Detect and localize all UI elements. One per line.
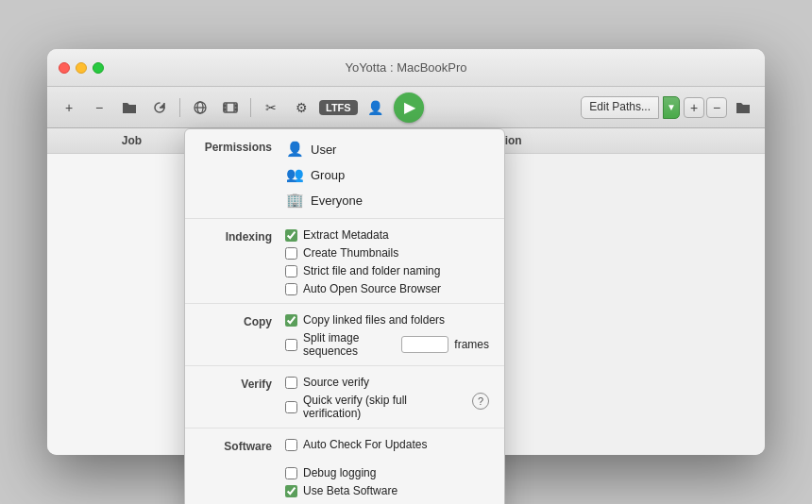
create-thumbnails-checkbox[interactable] xyxy=(285,247,297,260)
software-row: Software Auto Check For Updates Debug lo… xyxy=(185,428,504,504)
split-image-checkbox[interactable] xyxy=(285,339,297,351)
user-button[interactable]: 👤 xyxy=(364,95,388,120)
group-icon: 👥 xyxy=(285,165,304,184)
add-button[interactable]: + xyxy=(57,95,81,120)
create-thumbnails-item[interactable]: Create Thumbnails xyxy=(285,246,489,260)
frames-row: Split image sequences frames xyxy=(285,331,489,358)
indexing-row: Indexing Extract Metadata Create Thumbna… xyxy=(185,219,504,304)
copy-linked-checkbox[interactable] xyxy=(285,314,297,327)
debug-logging-checkbox[interactable] xyxy=(285,467,297,479)
auto-open-label: Auto Open Source Browser xyxy=(303,282,441,295)
help-icon[interactable]: ? xyxy=(472,393,489,410)
gear-button[interactable]: ⚙ xyxy=(289,95,313,120)
svg-rect-5 xyxy=(224,109,226,110)
edit-paths-arrow-button[interactable]: ▼ xyxy=(663,96,680,119)
perm-everyone-item[interactable]: 🏢 Everyone xyxy=(285,190,489,210)
traffic-lights xyxy=(59,62,104,74)
frames-input[interactable] xyxy=(401,336,448,353)
indexing-content: Extract Metadata Create Thumbnails Stric… xyxy=(285,228,489,295)
verify-label: Verify xyxy=(200,376,285,391)
globe-button[interactable] xyxy=(188,95,212,120)
film-button[interactable] xyxy=(218,95,243,120)
quick-verify-checkbox[interactable] xyxy=(285,401,297,413)
software-content: Auto Check For Updates Debug logging Use… xyxy=(285,438,489,504)
copy-row: Copy Copy linked files and folders Split… xyxy=(185,304,504,366)
auto-check-item[interactable]: Auto Check For Updates xyxy=(285,438,427,451)
verify-row: Verify Source verify Quick verify (skip … xyxy=(185,366,504,428)
perm-user-label: User xyxy=(311,143,336,157)
extract-metadata-label: Extract Metadata xyxy=(303,228,389,242)
path-remove-button[interactable]: − xyxy=(706,97,727,118)
permissions-label: Permissions xyxy=(200,139,285,154)
software-label: Software xyxy=(200,438,285,453)
perm-user-item[interactable]: 👤 User xyxy=(285,139,489,160)
path-folder-button[interactable] xyxy=(731,95,755,120)
debug-logging-item[interactable]: Debug logging xyxy=(285,466,376,479)
copy-label: Copy xyxy=(200,313,285,328)
verify-row-wrap: Source verify Quick verify (skip full ve… xyxy=(285,376,489,420)
svg-rect-6 xyxy=(235,105,237,107)
svg-rect-7 xyxy=(235,109,237,110)
permissions-row: Permissions 👤 User 👥 Group 🏢 Everyone xyxy=(185,129,504,219)
folder-button[interactable] xyxy=(117,95,142,120)
path-add-remove: + − xyxy=(684,97,727,118)
perm-everyone-label: Everyone xyxy=(311,193,363,208)
source-verify-label: Source verify xyxy=(303,376,369,389)
maximize-button[interactable] xyxy=(93,62,104,74)
perm-group-item[interactable]: 👥 Group xyxy=(285,164,489,185)
strict-naming-item[interactable]: Strict file and folder naming xyxy=(285,264,489,277)
split-image-item[interactable]: Split image sequences xyxy=(285,331,396,358)
copy-content: Copy linked files and folders Split imag… xyxy=(285,313,489,358)
permissions-content: 👤 User 👥 Group 🏢 Everyone xyxy=(285,139,489,210)
go-button[interactable]: ▶ xyxy=(394,92,424,123)
source-verify-checkbox[interactable] xyxy=(285,377,297,389)
quick-verify-label: Quick verify (skip full verification) xyxy=(303,394,465,420)
minimize-button[interactable] xyxy=(76,62,87,74)
create-thumbnails-label: Create Thumbnails xyxy=(303,246,398,260)
debug-logging-label: Debug logging xyxy=(303,466,376,479)
everyone-icon: 🏢 xyxy=(285,191,304,210)
verify-content: Source verify Quick verify (skip full ve… xyxy=(285,376,465,420)
use-beta-item[interactable]: Use Beta Software xyxy=(285,484,489,497)
source-verify-item[interactable]: Source verify xyxy=(285,376,465,389)
frames-label: frames xyxy=(454,338,489,351)
close-button[interactable] xyxy=(59,62,70,74)
split-image-label: Split image sequences xyxy=(303,331,396,358)
copy-linked-item[interactable]: Copy linked files and folders xyxy=(285,313,489,327)
auto-check-checkbox[interactable] xyxy=(285,439,297,451)
window-title: YoYotta : MacBookPro xyxy=(345,60,466,75)
quick-verify-item[interactable]: Quick verify (skip full verification) xyxy=(285,394,465,420)
refresh-button[interactable] xyxy=(147,95,172,120)
user-icon: 👤 xyxy=(285,140,304,159)
extract-metadata-checkbox[interactable] xyxy=(285,229,297,242)
toolbar-separator-1 xyxy=(179,98,180,117)
perm-group-label: Group xyxy=(311,168,345,182)
settings-panel: Permissions 👤 User 👥 Group 🏢 Everyone In… xyxy=(184,128,505,504)
toolbar: + − ✂ ⚙ LTFS 👤 ▶ Edit Paths... ▼ + − xyxy=(47,87,765,128)
go-arrow-icon: ▶ xyxy=(404,98,415,116)
edit-paths-wrap: Edit Paths... ▼ + − xyxy=(581,95,755,120)
extract-metadata-item[interactable]: Extract Metadata xyxy=(285,228,489,242)
indexing-label: Indexing xyxy=(200,228,285,244)
copy-linked-label: Copy linked files and folders xyxy=(303,313,445,327)
software-top-row: Auto Check For Updates Debug logging xyxy=(285,438,489,479)
auto-check-label: Auto Check For Updates xyxy=(303,438,427,451)
svg-rect-4 xyxy=(224,105,226,107)
auto-open-item[interactable]: Auto Open Source Browser xyxy=(285,282,489,295)
path-add-button[interactable]: + xyxy=(684,97,704,118)
auto-open-checkbox[interactable] xyxy=(285,283,297,295)
remove-button[interactable]: − xyxy=(87,95,111,120)
use-beta-checkbox[interactable] xyxy=(285,485,297,497)
main-window: YoYotta : MacBookPro + − ✂ ⚙ LTFS 👤 ▶ Ed… xyxy=(47,49,765,455)
titlebar: YoYotta : MacBookPro xyxy=(47,49,765,87)
use-beta-label: Use Beta Software xyxy=(303,484,398,497)
cut-button[interactable]: ✂ xyxy=(259,95,283,120)
ltfs-button[interactable]: LTFS xyxy=(319,100,358,115)
edit-paths-dropdown[interactable]: Edit Paths... xyxy=(581,96,659,119)
strict-naming-label: Strict file and folder naming xyxy=(303,264,440,277)
toolbar-separator-2 xyxy=(250,98,251,117)
strict-naming-checkbox[interactable] xyxy=(285,265,297,277)
